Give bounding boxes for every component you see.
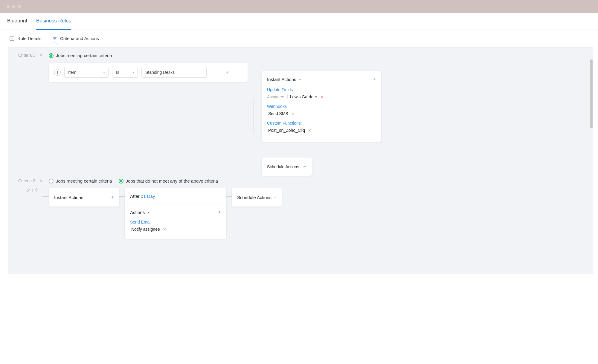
after-value[interactable]: 01 Day [141, 194, 155, 199]
instant-actions-title: Instant Actions [54, 195, 83, 200]
traffic-light-max[interactable] [18, 5, 21, 8]
chevron-down-icon[interactable]: ▾ [299, 78, 301, 81]
assignee-field-value: Lewis Gardner [290, 94, 317, 99]
condition-value-text: Standing Desks [145, 70, 175, 75]
schedule-actions-title: Schedule Actions [237, 195, 271, 200]
schedule-actions-card-c2: Schedule Actions + [232, 188, 282, 207]
traffic-light-close[interactable] [7, 5, 10, 8]
condition-operator-value: Is [116, 70, 119, 75]
add-schedule-action-button[interactable]: + [303, 163, 306, 170]
schedule-actions-title: Schedule Actions [267, 164, 299, 169]
radio-label: Jobs that do not meet any of the above c… [126, 178, 218, 183]
remove-notify-button[interactable]: ✕ [163, 227, 166, 232]
criteria-2-radios: Jobs meeting certain criteria Jobs that … [49, 178, 593, 183]
radio-jobs-meeting-c1[interactable]: Jobs meeting certain criteria [49, 53, 112, 58]
criteria-2-block: Criteria 2 | Jobs meeting certain criter… [8, 178, 593, 262]
after-prefix: After [130, 194, 141, 199]
timeline-line [41, 55, 41, 178]
condition-field-select[interactable]: Item [64, 67, 109, 78]
webhooks-link[interactable]: Webhooks [267, 104, 376, 109]
remove-condition-button[interactable]: − [219, 69, 222, 75]
instant-actions-card-c2: Instant Actions + [49, 188, 119, 207]
assignee-chip: Assignee Lewis Gardner ✕ [267, 94, 376, 99]
condition-value-input[interactable]: Standing Desks [141, 67, 207, 78]
schedule-actions-card-c1: Schedule Actions + [262, 157, 312, 176]
radio-label: Jobs meeting certain criteria [56, 178, 112, 183]
radio-unselected-icon [49, 179, 54, 183]
chevron-down-icon[interactable]: ▾ [148, 211, 149, 214]
add-condition-button[interactable]: + [226, 69, 229, 75]
connector-line [254, 98, 262, 134]
connector-line [226, 196, 232, 197]
radio-jobs-not-meeting-c2[interactable]: Jobs that do not meet any of the above c… [119, 178, 218, 183]
criteria-1-label: Criteria 1 [18, 53, 35, 58]
subtab-criteria-actions[interactable]: Criteria and Actions [52, 36, 99, 41]
condition-field-value: Item [68, 70, 76, 75]
notify-chip: Notify assignee ✕ [130, 227, 221, 232]
add-instant-action-button[interactable]: + [111, 194, 114, 201]
after-delay-card: After 01 Day Actions ▾ + Send Email Noti… [125, 188, 226, 239]
remove-webhook-button[interactable]: ✕ [291, 111, 295, 116]
tab-blueprint[interactable]: Blueprint [7, 13, 27, 30]
notify-value: Notify assignee [131, 227, 160, 232]
instant-actions-card: Instant Actions ▾ + Update Fields Assign… [262, 71, 381, 142]
custom-functions-link[interactable]: Custom Functions [267, 121, 376, 126]
details-icon [10, 36, 14, 41]
custom-fn-value: Post_on_Zoho_Cliq [268, 128, 305, 133]
webhook-value: Send SMS [268, 111, 288, 116]
remove-custom-fn-button[interactable]: ✕ [308, 128, 311, 133]
condition-row-actions: − + [219, 69, 229, 75]
window-titlebar [0, 0, 598, 13]
separator: | [32, 188, 33, 192]
instant-actions-title: Instant Actions [267, 77, 296, 82]
timeline-line [41, 181, 41, 262]
condition-index: 1 [54, 69, 61, 76]
criteria-1-radios: Jobs meeting certain criteria [49, 53, 593, 58]
criteria-2-tools: | [26, 188, 38, 193]
criteria-1-block: Criteria 1 Jobs meeting certain criteria… [8, 53, 593, 178]
update-fields-link[interactable]: Update Fields [267, 87, 376, 92]
add-schedule-action-button[interactable]: + [273, 194, 277, 201]
timeline-node [40, 180, 42, 182]
radio-jobs-meeting-c2[interactable]: Jobs meeting certain criteria [49, 178, 112, 183]
edit-criteria-button[interactable] [26, 188, 30, 193]
actions-title: Actions [130, 210, 145, 215]
instant-actions-header: Instant Actions ▾ + [267, 76, 376, 82]
rules-canvas: Criteria 1 Jobs meeting certain criteria… [8, 47, 593, 274]
criteria-2-action-row: Instant Actions + After 01 Day Actions ▾… [49, 188, 593, 239]
svg-rect-0 [10, 37, 14, 40]
sub-tabbar: Rule Details Criteria and Actions [0, 30, 598, 47]
delete-criteria-button[interactable] [35, 188, 38, 193]
tab-business-rules[interactable]: Business Rules [36, 13, 71, 30]
send-email-link[interactable]: Send Email [130, 220, 221, 224]
subtab-criteria-actions-label: Criteria and Actions [60, 36, 99, 41]
radio-selected-icon [119, 179, 123, 183]
add-action-button[interactable]: + [218, 209, 221, 215]
criteria-condition-card: 1 Item Is Standing Desks − + [49, 63, 248, 82]
condition-operator-select[interactable]: Is [112, 67, 138, 78]
connector-line [119, 196, 125, 197]
after-header: After 01 Day [125, 188, 226, 204]
traffic-light-min[interactable] [12, 5, 15, 8]
add-instant-action-button[interactable]: + [373, 76, 376, 82]
remove-assignee-button[interactable]: ✕ [320, 95, 324, 99]
actions-header: Actions ▾ + [130, 209, 221, 215]
flow-icon [52, 36, 57, 41]
subtab-rule-details-label: Rule Details [17, 36, 42, 41]
radio-label: Jobs meeting certain criteria [56, 53, 112, 58]
assignee-field-label: Assignee [267, 94, 288, 99]
main-tabbar: Blueprint Business Rules [0, 13, 598, 30]
custom-fn-chip: Post_on_Zoho_Cliq ✕ [267, 128, 376, 133]
connector-line [42, 196, 49, 197]
criteria-2-label: Criteria 2 [18, 178, 35, 183]
radio-selected-icon [49, 53, 54, 58]
webhook-chip: Send SMS ✕ [267, 111, 376, 116]
subtab-rule-details[interactable]: Rule Details [10, 36, 42, 41]
timeline-node [40, 54, 42, 56]
